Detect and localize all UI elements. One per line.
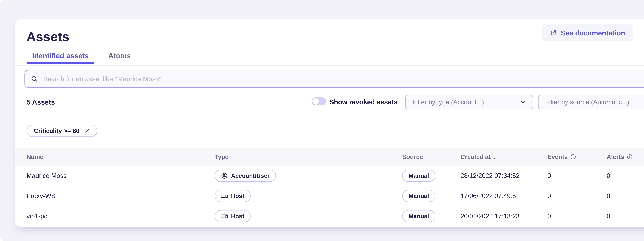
show-revoked-toggle[interactable]: [312, 97, 326, 105]
column-header-name[interactable]: Name: [26, 153, 214, 160]
column-header-created-at[interactable]: Created at ↓: [460, 153, 548, 160]
source-chip: Manual: [402, 190, 435, 202]
account-icon: [221, 172, 228, 179]
created-at-value: 28/12/2022 07:34:52: [460, 172, 548, 180]
filter-by-source-select[interactable]: Filter by source (Automatic...): [538, 94, 644, 110]
table-row[interactable]: vip1-pc Host Manual 20/01/2022 17:13:23 …: [16, 206, 644, 226]
source-chip: Manual: [402, 170, 435, 182]
search-icon: [31, 75, 38, 83]
tabs-divider: [16, 65, 644, 66]
source-chip: Manual: [402, 210, 435, 222]
info-icon[interactable]: [570, 154, 576, 160]
created-at-value: 17/06/2022 07:49:51: [460, 192, 548, 200]
table-row[interactable]: Maurice Moss Account/User Manual 28/12/2…: [16, 166, 644, 186]
column-header-type[interactable]: Type: [214, 153, 402, 160]
host-icon: [221, 213, 228, 220]
table-body: Maurice Moss Account/User Manual 28/12/2…: [16, 166, 644, 226]
show-revoked-label: Show revoked assets: [330, 98, 398, 106]
asset-count: 5 Assets: [26, 98, 55, 106]
close-icon[interactable]: [84, 128, 90, 134]
column-header-source[interactable]: Source: [402, 153, 460, 160]
alerts-value: 0: [607, 212, 644, 220]
tab-atoms[interactable]: Atoms: [103, 52, 136, 64]
type-chip-label: Host: [231, 213, 244, 220]
tab-identified-assets[interactable]: Identified assets: [26, 52, 94, 64]
asset-name: vip1-pc: [26, 212, 214, 220]
created-at-value: 20/01/2022 17:13:23: [460, 212, 548, 220]
filter-by-type-value: Filter by type (Account...): [412, 98, 484, 106]
filter-by-source-value: Filter by source (Automatic...): [545, 98, 629, 106]
alerts-value: 0: [607, 172, 644, 180]
asset-name: Proxy-WS: [26, 192, 214, 200]
events-value: 0: [548, 192, 607, 200]
see-documentation-button[interactable]: See documentation: [542, 24, 633, 42]
type-chip: Host: [214, 190, 251, 202]
criticality-filter-chip[interactable]: Criticality >= 80: [26, 124, 97, 137]
events-value: 0: [548, 172, 607, 180]
external-link-icon: [550, 30, 556, 36]
table-header: Name Type Source Created at ↓ Events Ale…: [16, 148, 644, 166]
toggle-knob: [312, 98, 319, 105]
tabs: Identified assets Atoms: [26, 52, 136, 64]
see-documentation-label: See documentation: [561, 29, 625, 37]
search-input[interactable]: [43, 75, 644, 83]
type-chip: Account/User: [214, 170, 276, 182]
column-header-events[interactable]: Events: [548, 153, 607, 160]
alerts-value: 0: [607, 192, 644, 200]
source-chip-label: Manual: [408, 192, 429, 200]
search-bar: [24, 70, 644, 88]
filter-by-type-select[interactable]: Filter by type (Account...): [405, 94, 533, 110]
table-row[interactable]: Proxy-WS Host Manual 17/06/2022 07:49:51…: [16, 186, 644, 206]
type-chip-label: Host: [231, 192, 244, 200]
page-background: Assets See documentation + New asset Ide…: [0, 0, 644, 241]
column-header-alerts[interactable]: Alerts: [607, 153, 644, 160]
sort-desc-icon[interactable]: ↓: [493, 153, 496, 160]
source-chip-label: Manual: [408, 172, 429, 179]
events-value: 0: [548, 212, 607, 220]
asset-name: Maurice Moss: [26, 172, 214, 180]
assets-card: Assets See documentation + New asset Ide…: [16, 19, 644, 226]
chevron-down-icon: [520, 99, 526, 105]
host-icon: [221, 192, 228, 199]
info-icon[interactable]: [627, 154, 633, 160]
type-chip-label: Account/User: [231, 172, 270, 179]
page-title: Assets: [26, 29, 70, 44]
criticality-filter-label: Criticality >= 80: [34, 127, 80, 134]
type-chip: Host: [214, 210, 251, 222]
source-chip-label: Manual: [408, 213, 429, 220]
